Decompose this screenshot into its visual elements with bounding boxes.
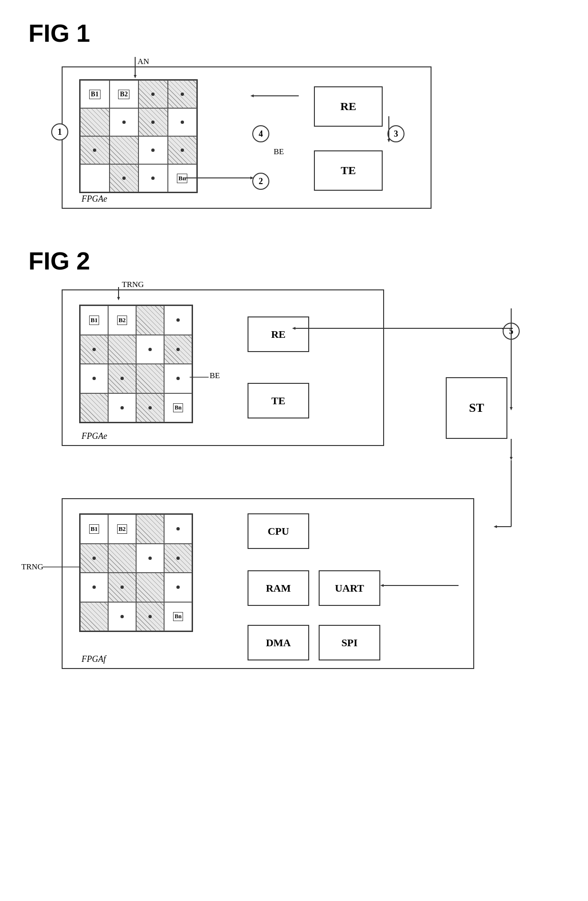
g3-bn: Bn <box>164 602 192 632</box>
g3-w5 <box>108 602 136 632</box>
grid-cell-w2 <box>168 108 197 136</box>
fig2-top-fpga-area: B1 B2 B <box>79 305 193 423</box>
g3-w1 <box>164 514 192 544</box>
grid-cell-w3 <box>138 136 168 164</box>
g2-h4 <box>164 335 192 364</box>
fig1-an-label: AN <box>138 57 149 66</box>
fig1-circle-4: 4 <box>252 125 269 142</box>
g3-h8 <box>136 602 164 632</box>
fig2-bottom-trng-label: TRNG <box>21 562 43 572</box>
g3-h1 <box>136 514 164 544</box>
fig2-bottom-fpga-area: B1 B2 B <box>79 513 193 632</box>
svg-marker-18 <box>510 457 513 460</box>
g2-h6 <box>136 364 164 393</box>
fig2-top-trng-label: TRNG <box>122 280 144 289</box>
g3-b1: B1 <box>80 514 108 544</box>
g2-w4 <box>164 364 192 393</box>
g3-h5 <box>108 573 136 602</box>
g3-w2 <box>136 544 164 573</box>
svg-marker-20 <box>380 584 384 587</box>
fig2-st-box: ST <box>446 377 507 439</box>
g2-b2: B2 <box>108 306 136 335</box>
fig1-be-label: BE <box>274 147 284 157</box>
g2-h1 <box>136 306 164 335</box>
fig2-circle-5: 5 <box>503 323 520 340</box>
g2-b1: B1 <box>80 306 108 335</box>
g2-h3 <box>108 335 136 364</box>
grid-cell-h6 <box>110 136 139 164</box>
fig2-bottom-fpga-label: FPGAf <box>82 654 106 664</box>
fig2-top-outer-box: B1 B2 B <box>62 289 384 446</box>
g3-w4 <box>164 573 192 602</box>
g2-w5 <box>108 393 136 423</box>
fig1-fpga-area: B1 B2 <box>79 79 198 193</box>
g2-h8 <box>136 393 164 423</box>
fig1-te-box: TE <box>314 150 383 191</box>
fig2-dma-box: DMA <box>248 625 309 660</box>
g2-w2 <box>136 335 164 364</box>
fig2-top-re-box: RE <box>248 316 309 352</box>
fig2-bottom-outer-box: B1 B2 B <box>62 498 474 669</box>
fig2-uart-box: UART <box>319 570 380 606</box>
grid-cell-h5 <box>80 136 110 164</box>
fig2-ram-box: RAM <box>248 570 309 606</box>
fig1-fpga-label: FPGAe <box>82 194 107 204</box>
grid-cell-b1: B1 <box>80 80 110 108</box>
g2-h5 <box>108 364 136 393</box>
g3-h3 <box>108 544 136 573</box>
g3-b2: B2 <box>108 514 136 544</box>
fig2-top-te-box: TE <box>248 383 309 418</box>
grid-cell-w1 <box>110 108 139 136</box>
g3-h4 <box>164 544 192 573</box>
fig2-top: B1 B2 B <box>47 285 545 455</box>
g2-h2 <box>80 335 108 364</box>
grid-cell-w4 <box>80 164 110 192</box>
fig1-re-box: RE <box>314 86 383 127</box>
grid-cell-h1 <box>138 80 168 108</box>
grid-cell-w5 <box>138 164 168 192</box>
page: FIG 1 B1 B2 <box>0 0 588 901</box>
g3-w3 <box>80 573 108 602</box>
fig1-circle-1: 1 <box>51 123 68 140</box>
fig2-wrapper: B1 B2 B <box>47 285 560 674</box>
g2-w1 <box>164 306 192 335</box>
fig2-top-be-label: BE <box>210 371 220 381</box>
g2-w3 <box>80 364 108 393</box>
grid-cell-h7 <box>168 136 197 164</box>
g2-h7 <box>80 393 108 423</box>
g2-bn: Bn <box>164 393 192 423</box>
grid-cell-h4 <box>138 108 168 136</box>
fig1-diagram: B1 B2 <box>47 57 455 218</box>
fig2-top-fpga-label: FPGAe <box>82 431 107 441</box>
svg-marker-15 <box>510 407 513 410</box>
fig2-spi-box: SPI <box>319 625 380 660</box>
grid-cell-h3 <box>80 108 110 136</box>
grid-cell-b2: B2 <box>110 80 139 108</box>
fig2-bottom: B1 B2 B <box>47 493 545 674</box>
g3-h2 <box>80 544 108 573</box>
fig1-title: FIG 1 <box>28 19 560 47</box>
g3-h6 <box>136 573 164 602</box>
fig1-circle-2: 2 <box>252 173 269 190</box>
grid-cell-bn: Bn <box>168 164 197 192</box>
grid-cell-h8 <box>110 164 139 192</box>
g3-h7 <box>80 602 108 632</box>
fig2-cpu-box: CPU <box>248 513 309 549</box>
fig1-circle-3: 3 <box>387 125 404 142</box>
fig2-title: FIG 2 <box>28 247 560 275</box>
grid-cell-h2 <box>168 80 197 108</box>
fig1-outer-box: B1 B2 <box>62 66 432 209</box>
